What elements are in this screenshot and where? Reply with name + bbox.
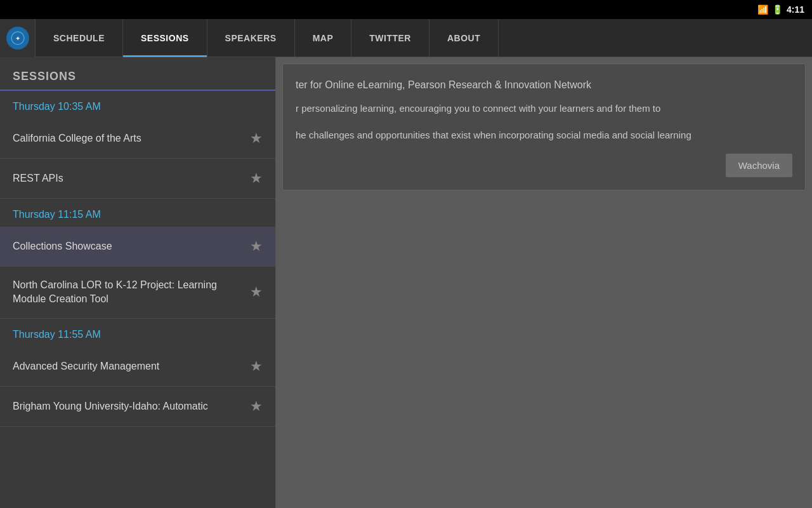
main-layout: SESSIONS Thursday 10:35 AM California Co… <box>0 57 812 508</box>
wifi-icon: 📶 <box>757 4 768 15</box>
star-button-brigham-young[interactable]: ★ <box>250 398 263 415</box>
session-title: REST APIs <box>13 171 250 185</box>
tab-about[interactable]: ABOUT <box>429 19 499 57</box>
sidebar: SESSIONS Thursday 10:35 AM California Co… <box>0 57 276 508</box>
star-button-rest[interactable]: ★ <box>250 170 263 187</box>
desc-text-2: he challenges and opportunities that exi… <box>296 128 792 143</box>
detail-card: ter for Online eLearning, Pearson Resear… <box>282 64 806 190</box>
status-bar: 📶 🔋 4:11 <box>0 0 812 19</box>
session-item-california-college[interactable]: California College of the Arts ★ <box>0 119 275 159</box>
nav-bar: ✦ SCHEDULE SESSIONS SPEAKERS MAP TWITTER… <box>0 19 812 57</box>
org-text: ter for Online eLearning, Pearson Resear… <box>296 77 792 93</box>
time-label-1035: Thursday 10:35 AM <box>0 91 275 119</box>
logo-svg: ✦ <box>10 30 25 46</box>
star-button-collections[interactable]: ★ <box>250 238 263 255</box>
session-item-rest-apis[interactable]: REST APIs ★ <box>0 159 275 199</box>
svg-text:✦: ✦ <box>15 35 20 42</box>
session-title: North Carolina LOR to K-12 Project: Lear… <box>13 278 250 307</box>
nav-tabs: SCHEDULE SESSIONS SPEAKERS MAP TWITTER A… <box>36 19 499 57</box>
star-button-nc-lor[interactable]: ★ <box>250 284 263 300</box>
time-label-1155: Thursday 11:55 AM <box>0 319 275 347</box>
time-label-1115: Thursday 11:15 AM <box>0 199 275 227</box>
session-item-brigham-young[interactable]: Brigham Young University-Idaho: Automati… <box>0 387 275 427</box>
session-item-nc-lor[interactable]: North Carolina LOR to K-12 Project: Lear… <box>0 267 275 319</box>
star-button-california[interactable]: ★ <box>250 130 263 147</box>
battery-icon: 🔋 <box>772 4 783 15</box>
app-logo: ✦ <box>0 19 36 57</box>
status-time: 4:11 <box>787 4 804 15</box>
session-item-advanced-security[interactable]: Advanced Security Management ★ <box>0 347 275 387</box>
session-title: Collections Showcase <box>13 239 250 253</box>
tab-sessions[interactable]: SESSIONS <box>123 19 207 57</box>
tab-map[interactable]: MAP <box>295 19 352 57</box>
session-item-collections-showcase[interactable]: Collections Showcase ★ <box>0 227 275 267</box>
session-title: Brigham Young University-Idaho: Automati… <box>13 399 250 413</box>
status-icons: 📶 🔋 4:11 <box>757 4 804 15</box>
tab-speakers[interactable]: SPEAKERS <box>207 19 295 57</box>
right-panel: ter for Online eLearning, Pearson Resear… <box>276 57 812 508</box>
desc-text-1: r personalizing learning, encouraging yo… <box>296 101 792 116</box>
tab-schedule[interactable]: SCHEDULE <box>36 19 123 57</box>
star-button-advanced-security[interactable]: ★ <box>250 358 263 375</box>
session-title: California College of the Arts <box>13 131 250 145</box>
tab-twitter[interactable]: TWITTER <box>351 19 429 57</box>
sidebar-header: SESSIONS <box>0 57 275 91</box>
session-title: Advanced Security Management <box>13 359 250 373</box>
venue-badge: Wachovia <box>726 154 792 177</box>
logo-icon: ✦ <box>6 27 29 50</box>
